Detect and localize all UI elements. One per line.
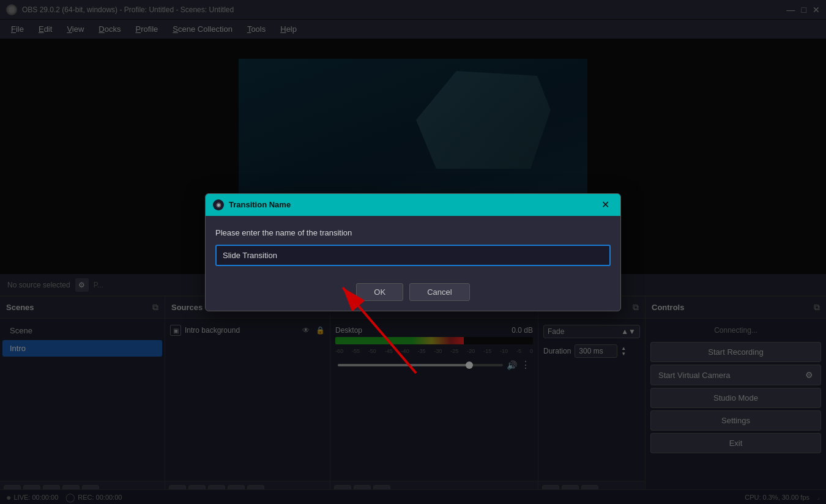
modal-obs-icon: ◉ bbox=[213, 199, 224, 210]
modal-close-button[interactable]: ✕ bbox=[598, 198, 613, 212]
transition-name-input[interactable] bbox=[215, 245, 611, 266]
modal-ok-button[interactable]: OK bbox=[356, 283, 403, 301]
modal-dialog: ◉ Transition Name ✕ Please enter the nam… bbox=[205, 193, 621, 311]
modal-title: Transition Name bbox=[229, 200, 291, 209]
modal-header: ◉ Transition Name ✕ bbox=[206, 194, 620, 216]
modal-overlay: ◉ Transition Name ✕ Please enter the nam… bbox=[0, 0, 826, 504]
modal-prompt-text: Please enter the name of the transition bbox=[215, 228, 611, 237]
modal-cancel-button[interactable]: Cancel bbox=[409, 283, 469, 301]
modal-body: Please enter the name of the transition bbox=[206, 216, 620, 276]
modal-footer: OK Cancel bbox=[206, 276, 620, 311]
modal-title-row: ◉ Transition Name bbox=[213, 199, 291, 210]
